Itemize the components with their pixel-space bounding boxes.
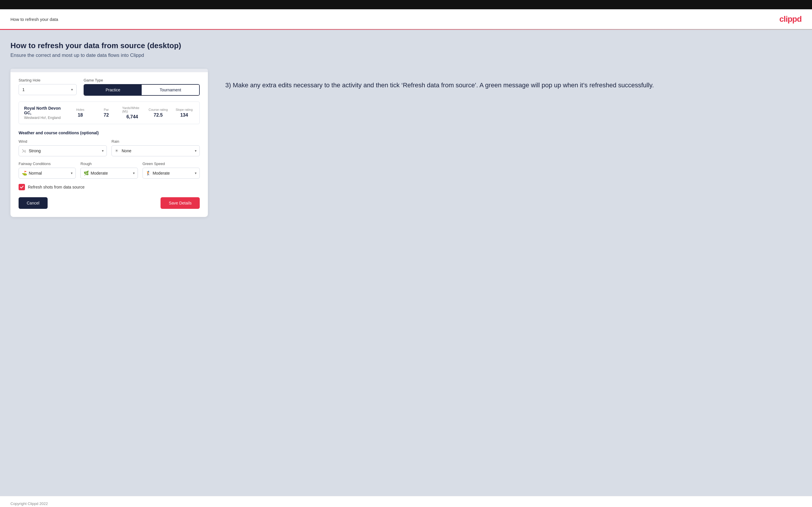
green-speed-select[interactable]: Moderate Fast Slow xyxy=(143,168,199,178)
course-holes-stat: Holes 18 xyxy=(70,108,90,118)
wind-group: Wind 🌬 Strong Light Calm ▾ xyxy=(18,139,107,156)
fairway-group: Fairway Conditions ⛳ Normal Soft Hard ▾ xyxy=(18,162,76,179)
slope-rating-stat: Slope rating 134 xyxy=(174,108,194,118)
refresh-checkbox[interactable] xyxy=(18,184,25,190)
content-area: Starting Hole 1 2 10 ▾ Game Type Practic… xyxy=(10,69,802,217)
slope-rating-label: Slope rating xyxy=(175,108,193,111)
fairway-rough-green-row: Fairway Conditions ⛳ Normal Soft Hard ▾ … xyxy=(18,162,200,179)
course-name: Royal North Devon GC, xyxy=(24,106,64,115)
starting-hole-select[interactable]: 1 2 10 xyxy=(19,84,77,95)
rough-group: Rough 🌿 Moderate Light Heavy ▾ xyxy=(81,162,138,179)
form-card: Starting Hole 1 2 10 ▾ Game Type Practic… xyxy=(10,69,208,217)
fairway-label: Fairway Conditions xyxy=(18,162,76,166)
header: How to refresh your data clippd xyxy=(0,9,812,30)
slope-rating-value: 134 xyxy=(180,113,188,118)
starting-hole-gametype-row: Starting Hole 1 2 10 ▾ Game Type Practic… xyxy=(18,78,200,96)
checkmark-icon xyxy=(20,185,24,189)
rough-select-wrapper: 🌿 Moderate Light Heavy ▾ xyxy=(81,168,138,179)
holes-value: 18 xyxy=(78,113,83,118)
footer: Copyright Clippd 2022 xyxy=(0,496,812,507)
save-button[interactable]: Save Details xyxy=(160,197,200,209)
wind-rain-row: Wind 🌬 Strong Light Calm ▾ Rain ☀ xyxy=(18,139,200,156)
yards-value: 6,744 xyxy=(126,114,138,119)
instruction-panel: 3) Make any extra edits necessary to the… xyxy=(225,69,802,90)
course-yards-stat: Yards/White (M)) 6,744 xyxy=(122,106,142,119)
game-type-group: Game Type Practice Tournament xyxy=(84,78,200,96)
wind-select-wrapper: 🌬 Strong Light Calm ▾ xyxy=(18,145,107,156)
rain-select-wrapper: ☀ None Light Heavy ▾ xyxy=(111,145,200,156)
rough-select[interactable]: Moderate Light Heavy xyxy=(81,168,137,178)
fairway-select-wrapper: ⛳ Normal Soft Hard ▾ xyxy=(18,168,76,179)
rain-label: Rain xyxy=(111,139,200,144)
holes-label: Holes xyxy=(77,108,85,111)
green-speed-label: Green Speed xyxy=(143,162,200,166)
par-value: 72 xyxy=(104,113,109,118)
rain-select[interactable]: None Light Heavy xyxy=(112,146,199,156)
game-type-label: Game Type xyxy=(84,78,200,82)
tournament-button[interactable]: Tournament xyxy=(142,85,199,95)
refresh-checkbox-row[interactable]: Refresh shots from data source xyxy=(18,184,200,190)
cancel-button[interactable]: Cancel xyxy=(18,197,48,209)
rain-group: Rain ☀ None Light Heavy ▾ xyxy=(111,139,200,156)
conditions-section-title: Weather and course conditions (optional) xyxy=(18,130,200,135)
course-rating-label: Course rating xyxy=(149,108,168,111)
rough-label: Rough xyxy=(81,162,138,166)
wind-label: Wind xyxy=(18,139,107,144)
game-type-toggle: Practice Tournament xyxy=(84,84,200,96)
course-name-block: Royal North Devon GC, Westward Ho!, Engl… xyxy=(24,106,64,120)
form-card-top-bar xyxy=(10,69,208,72)
course-rating-stat: Course rating 72.5 xyxy=(148,108,168,118)
course-par-stat: Par 72 xyxy=(96,108,116,118)
page-heading: How to refresh your data from source (de… xyxy=(10,41,802,50)
main-content: How to refresh your data from source (de… xyxy=(0,30,812,496)
page-subheading: Ensure the correct and most up to date d… xyxy=(10,53,802,58)
fairway-select[interactable]: Normal Soft Hard xyxy=(19,168,75,178)
course-rating-value: 72.5 xyxy=(154,113,163,118)
instruction-text: 3) Make any extra edits necessary to the… xyxy=(225,80,802,90)
course-location: Westward Ho!, England xyxy=(24,116,64,120)
top-bar xyxy=(0,0,812,9)
header-title: How to refresh your data xyxy=(10,17,58,22)
yards-label: Yards/White (M)) xyxy=(122,106,142,113)
refresh-checkbox-label: Refresh shots from data source xyxy=(28,185,85,189)
green-speed-group: Green Speed 🏌 Moderate Fast Slow ▾ xyxy=(143,162,200,179)
form-actions: Cancel Save Details xyxy=(18,197,200,209)
par-label: Par xyxy=(104,108,109,111)
practice-button[interactable]: Practice xyxy=(84,85,142,95)
starting-hole-group: Starting Hole 1 2 10 ▾ xyxy=(18,78,77,96)
logo: clippd xyxy=(779,14,802,24)
green-speed-select-wrapper: 🏌 Moderate Fast Slow ▾ xyxy=(143,168,200,179)
starting-hole-select-wrapper: 1 2 10 ▾ xyxy=(18,84,77,95)
starting-hole-label: Starting Hole xyxy=(18,78,77,82)
wind-select[interactable]: Strong Light Calm xyxy=(19,146,107,156)
course-info-box: Royal North Devon GC, Westward Ho!, Engl… xyxy=(18,102,200,124)
footer-copyright: Copyright Clippd 2022 xyxy=(10,502,48,506)
